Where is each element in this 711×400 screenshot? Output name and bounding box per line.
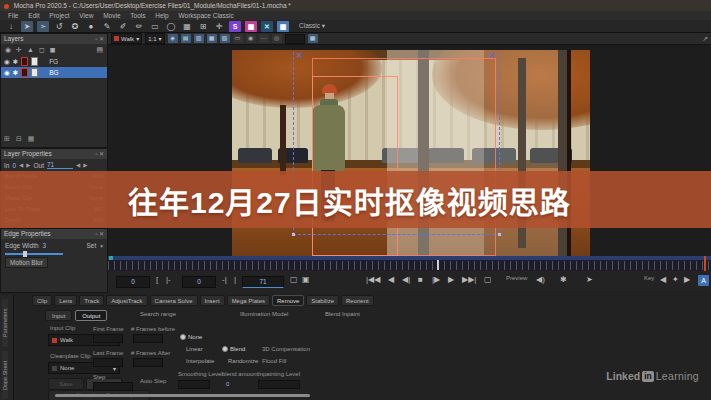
rotate-handle-icon[interactable]: ✕ bbox=[488, 51, 495, 60]
new-layer-icon[interactable]: ⊞ bbox=[4, 135, 10, 143]
menu-help[interactable]: Help bbox=[155, 12, 168, 19]
bbox-handle[interactable] bbox=[498, 233, 501, 236]
close-icon[interactable]: ✕ bbox=[99, 36, 104, 42]
title-bar[interactable]: Mocha Pro 2020.5 - C:/Users/User/Desktop… bbox=[0, 0, 711, 11]
bracket-icon[interactable]: [ bbox=[156, 275, 158, 284]
surface-icon[interactable]: ⊞ bbox=[197, 21, 209, 32]
colorize-icon[interactable]: ◎ bbox=[272, 34, 282, 43]
view-surface-toggle-icon[interactable]: ▥ bbox=[194, 34, 204, 43]
illum-linear-radio[interactable]: Linear bbox=[186, 346, 203, 352]
edge-width-slider[interactable] bbox=[5, 253, 63, 255]
mesh-icon[interactable]: ▦ bbox=[308, 34, 318, 43]
timeline-ruler[interactable] bbox=[108, 256, 711, 271]
zoom-select[interactable]: 1:1 ▾ bbox=[145, 33, 164, 44]
timeline-zoom-out-icon[interactable]: ▣ bbox=[302, 275, 310, 284]
settings-gear-icon[interactable]: ✱ bbox=[560, 275, 567, 284]
stop-button[interactable]: ■ bbox=[418, 275, 423, 284]
in-prev-icon[interactable]: ◀ bbox=[19, 162, 23, 168]
export-icon[interactable]: ↓ bbox=[5, 21, 17, 32]
visibility-icon[interactable]: ◉ bbox=[5, 46, 11, 54]
view-layers-toggle-icon[interactable]: ◈ bbox=[168, 34, 178, 43]
go-end-button[interactable]: ▶▶| bbox=[462, 275, 476, 284]
tab-insert[interactable]: Insert bbox=[200, 295, 225, 306]
pointer-play-icon[interactable]: ➤ bbox=[586, 275, 593, 284]
track-marker-icon[interactable]: ✦ bbox=[672, 275, 679, 284]
loop-button[interactable]: ▢ bbox=[484, 275, 492, 284]
slider-handle[interactable] bbox=[23, 251, 27, 257]
play-back-button[interactable]: ◀ bbox=[388, 275, 394, 284]
out-frame-field[interactable]: 71 bbox=[242, 276, 284, 288]
step-field[interactable] bbox=[93, 382, 133, 391]
tab-track[interactable]: Track bbox=[79, 295, 104, 306]
menu-tools[interactable]: Tools bbox=[130, 12, 145, 19]
randomize-radio[interactable]: Randomize bbox=[228, 358, 258, 364]
pin-icon[interactable]: ▫ bbox=[95, 36, 97, 42]
bbox-handle[interactable] bbox=[292, 233, 295, 236]
set-button[interactable]: Set bbox=[86, 242, 96, 249]
tab-camera-solve[interactable]: Camera Solve bbox=[150, 295, 198, 306]
delete-layer-icon[interactable]: ⊟ bbox=[16, 135, 22, 143]
pin-icon[interactable]: ▫ bbox=[95, 231, 97, 237]
tab-mega-plates[interactable]: Mega Plates bbox=[227, 295, 270, 306]
go-start-button[interactable]: |◀◀ bbox=[366, 275, 380, 284]
current-frame-field[interactable]: 0 bbox=[182, 276, 216, 288]
close-icon[interactable]: ✕ bbox=[99, 231, 104, 237]
frames-after-field[interactable] bbox=[133, 358, 163, 367]
out-value[interactable]: 71 bbox=[47, 161, 73, 169]
pin-icon[interactable]: ▫ bbox=[95, 151, 97, 157]
frames-before-field[interactable] bbox=[133, 334, 163, 343]
timeline-range-bar[interactable] bbox=[108, 256, 711, 260]
clip-select[interactable]: Walk ▾ bbox=[111, 33, 142, 44]
view-splines-toggle-icon[interactable]: ▤ bbox=[181, 34, 191, 43]
menu-movie[interactable]: Movie bbox=[103, 12, 120, 19]
motion-blur-button[interactable]: Motion Blur bbox=[5, 257, 48, 268]
grid-module-icon[interactable]: ▦ bbox=[245, 21, 257, 32]
spline-tool-icon[interactable]: ✎ bbox=[101, 21, 113, 32]
trace-icon[interactable]: ▭ bbox=[233, 34, 243, 43]
view-grid-toggle-icon[interactable]: ▦ bbox=[207, 34, 217, 43]
tab-remove[interactable]: Remove bbox=[272, 295, 304, 306]
tab-parameters[interactable]: Parameters bbox=[2, 299, 8, 347]
ellipse-shape-icon[interactable]: ◯ bbox=[165, 21, 177, 32]
output-button[interactable]: Output bbox=[75, 310, 107, 321]
pan-tool-icon[interactable]: ✪ bbox=[69, 21, 81, 32]
select-tool-icon[interactable]: ➤ bbox=[21, 21, 33, 32]
overlay-icon[interactable]: ⋯ bbox=[259, 34, 269, 43]
transform-link-icon[interactable]: ✛ bbox=[16, 46, 22, 54]
matte-on-icon[interactable]: ◼ bbox=[50, 46, 56, 54]
gear-icon[interactable]: ✱ bbox=[13, 58, 18, 66]
eye-icon[interactable]: ◉ bbox=[4, 58, 10, 66]
playhead[interactable] bbox=[704, 256, 706, 271]
tab-stabilize[interactable]: Stabilize bbox=[306, 295, 339, 306]
tab-lens[interactable]: Lens bbox=[54, 295, 77, 306]
timeline-in-marker[interactable] bbox=[109, 256, 113, 260]
rotate-handle-icon[interactable]: ✕ bbox=[296, 51, 303, 60]
next-key-button[interactable]: ▶ bbox=[684, 275, 690, 284]
flood-fill-option[interactable]: Flood Fill bbox=[262, 358, 286, 364]
viewer-field[interactable] bbox=[285, 34, 305, 44]
marquee-tool-icon[interactable]: ➣ bbox=[37, 21, 49, 32]
out-prev-icon[interactable]: ◀ bbox=[76, 162, 80, 168]
menu-project[interactable]: Project bbox=[49, 12, 69, 19]
prev-key-button[interactable]: ◀ bbox=[660, 275, 666, 284]
in-frame-field[interactable]: 0 bbox=[116, 276, 150, 288]
in-next-icon[interactable]: ▶ bbox=[26, 162, 30, 168]
layer-row-bg[interactable]: ◉ ✱ BG bbox=[1, 67, 107, 78]
in-value[interactable]: 0 bbox=[12, 162, 16, 169]
horizontal-scrollbar[interactable] bbox=[55, 394, 310, 397]
chevron-down-icon[interactable]: ▾ bbox=[100, 243, 103, 249]
save-cleanplate-button[interactable]: Save bbox=[48, 378, 84, 390]
rect-shape-icon[interactable]: ▭ bbox=[149, 21, 161, 32]
illum-none-radio[interactable]: None bbox=[180, 334, 202, 340]
audio-icon[interactable]: ◀) bbox=[536, 275, 545, 284]
group-layer-icon[interactable]: ▦ bbox=[28, 135, 35, 143]
out-next-icon[interactable]: ▶ bbox=[83, 162, 87, 168]
illum-interpolate-radio[interactable]: Interpolate bbox=[186, 358, 214, 364]
matte-off-icon[interactable]: ◻ bbox=[39, 46, 45, 54]
edge-width-value[interactable]: 3 bbox=[43, 242, 47, 249]
layer-menu-icon[interactable]: ▤ bbox=[96, 46, 103, 54]
autokey-toggle[interactable]: A bbox=[698, 275, 709, 286]
lock-icon[interactable]: ▲ bbox=[27, 46, 34, 54]
stabilize-view-icon[interactable]: ◉ bbox=[246, 34, 256, 43]
bezier-tool-icon[interactable]: ✏ bbox=[133, 21, 145, 32]
